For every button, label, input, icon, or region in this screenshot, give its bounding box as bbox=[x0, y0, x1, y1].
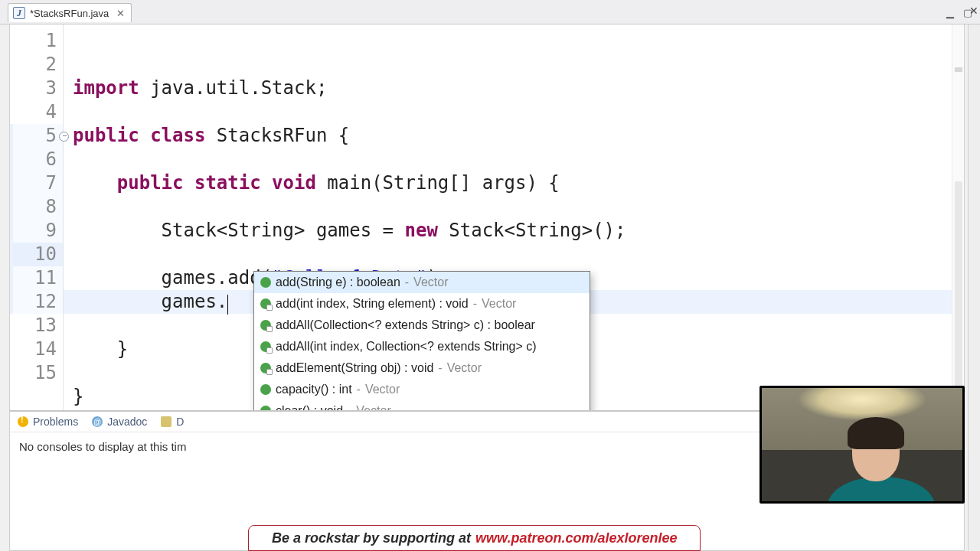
method-source: Vector bbox=[447, 361, 482, 375]
banner-prefix: Be a rockstar by supporting at bbox=[272, 530, 471, 546]
autocomplete-popup[interactable]: add(String e) : boolean - Vectoradd(int … bbox=[253, 271, 590, 410]
method-icon bbox=[260, 277, 271, 288]
banner-link[interactable]: www.patreon.com/alexlorenlee bbox=[475, 530, 677, 546]
method-icon bbox=[260, 341, 271, 352]
method-signature: clear() : void bbox=[276, 404, 343, 410]
close-icon[interactable]: ✕ bbox=[969, 5, 978, 17]
tab-declaration-label: D bbox=[176, 416, 184, 428]
java-file-icon: J bbox=[13, 7, 25, 19]
method-signature: add(String e) : boolean bbox=[276, 276, 400, 289]
warning-icon bbox=[18, 416, 28, 427]
method-source: Vector bbox=[356, 404, 390, 410]
declaration-icon bbox=[161, 416, 172, 427]
tab-filename: *StacksRFun.java bbox=[30, 8, 109, 19]
code-line[interactable]: public class StacksRFun { bbox=[64, 124, 964, 148]
method-source: Vector bbox=[413, 276, 448, 289]
method-icon bbox=[260, 320, 271, 331]
line-number: 5 bbox=[10, 124, 63, 148]
tab-javadoc-label: Javadoc bbox=[107, 416, 147, 428]
tab-file[interactable]: J *StacksRFun.java ✕ bbox=[8, 3, 132, 22]
code-editor[interactable]: 123456789101112131415 import java.util.S… bbox=[9, 24, 965, 410]
method-source: Vector bbox=[365, 383, 400, 396]
line-gutter: 123456789101112131415 bbox=[10, 24, 64, 410]
autocomplete-item[interactable]: addAll(Collection<? extends String> c) :… bbox=[254, 315, 590, 336]
tab-javadoc[interactable]: @ Javadoc bbox=[92, 416, 147, 428]
code-line[interactable]: Stack<String> games = new Stack<String>(… bbox=[64, 219, 964, 243]
code-line[interactable] bbox=[64, 243, 964, 266]
tab-problems[interactable]: Problems bbox=[18, 416, 78, 428]
autocomplete-item[interactable]: capacity() : int - Vector bbox=[254, 379, 590, 400]
patreon-banner: Be a rockstar by supporting at www.patre… bbox=[248, 525, 701, 551]
autocomplete-item[interactable]: addElement(String obj) : void - Vector bbox=[254, 357, 590, 379]
code-line[interactable] bbox=[64, 100, 964, 124]
line-number: 7 bbox=[10, 171, 63, 195]
line-number: 12 bbox=[10, 290, 63, 314]
method-icon bbox=[260, 363, 271, 373]
minimize-view-icon[interactable]: ▁ bbox=[946, 7, 954, 18]
autocomplete-item[interactable]: add(String e) : boolean - Vector bbox=[254, 272, 590, 293]
method-signature: addAll(int index, Collection<? extends S… bbox=[276, 340, 537, 354]
method-signature: add(int index, String element) : void bbox=[276, 297, 469, 311]
autocomplete-item[interactable]: clear() : void - Vector bbox=[254, 400, 590, 410]
method-source: Vector bbox=[482, 297, 516, 311]
editor-tab-bar: J *StacksRFun.java ✕ ▁ ▢ bbox=[0, 0, 980, 24]
right-panel-strip: ✕ bbox=[968, 24, 980, 551]
webcam-overlay bbox=[760, 386, 965, 504]
code-line[interactable]: public static void main(String[] args) { bbox=[64, 171, 964, 195]
method-icon bbox=[260, 384, 271, 395]
tab-problems-label: Problems bbox=[33, 416, 78, 428]
line-number: 14 bbox=[10, 337, 63, 361]
code-line[interactable] bbox=[64, 148, 964, 171]
overview-ruler bbox=[952, 24, 964, 410]
line-number: 1 bbox=[10, 29, 63, 53]
code-line[interactable] bbox=[64, 195, 964, 219]
method-signature: capacity() : int bbox=[276, 383, 352, 396]
tab-declaration[interactable]: D bbox=[161, 416, 184, 428]
line-number: 13 bbox=[10, 314, 63, 337]
method-signature: addElement(String obj) : void bbox=[276, 361, 433, 375]
line-number: 3 bbox=[10, 77, 63, 100]
line-number: 4 bbox=[10, 100, 63, 124]
line-number: 9 bbox=[10, 219, 63, 243]
close-icon[interactable]: ✕ bbox=[116, 8, 125, 19]
autocomplete-item[interactable]: add(int index, String element) : void - … bbox=[254, 293, 590, 315]
method-icon bbox=[260, 298, 271, 309]
line-number: 15 bbox=[10, 361, 63, 385]
line-number: 2 bbox=[10, 53, 63, 77]
autocomplete-list[interactable]: add(String e) : boolean - Vectoradd(int … bbox=[254, 272, 590, 410]
method-icon bbox=[260, 406, 271, 410]
method-signature: addAll(Collection<? extends String> c) :… bbox=[276, 318, 535, 332]
line-number: 6 bbox=[10, 148, 63, 171]
line-number: 10 bbox=[10, 243, 63, 266]
line-number: 11 bbox=[10, 266, 63, 290]
code-line[interactable]: import java.util.Stack; bbox=[64, 77, 964, 100]
javadoc-icon: @ bbox=[92, 416, 103, 427]
autocomplete-item[interactable]: addAll(int index, Collection<? extends S… bbox=[254, 336, 590, 357]
line-number: 8 bbox=[10, 195, 63, 219]
